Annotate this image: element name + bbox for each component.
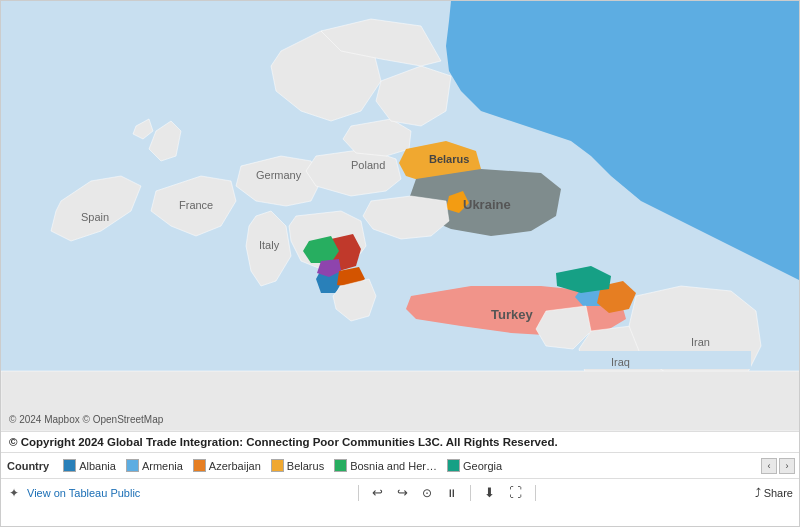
toolbar-sep-2 xyxy=(470,485,471,501)
legend-item-bosnia: Bosnia and Her… xyxy=(334,459,437,472)
legend-item-georgia: Georgia xyxy=(447,459,502,472)
share-label: Share xyxy=(764,487,793,499)
svg-text:Belarus: Belarus xyxy=(429,153,469,165)
legend-bar: Country Albania Armenia Azerbaijan Belar… xyxy=(1,452,800,478)
armenia-label: Armenia xyxy=(142,460,183,472)
azerbaijan-label: Azerbaijan xyxy=(209,460,261,472)
toolbar-sep-1 xyxy=(358,485,359,501)
legend-item-armenia: Armenia xyxy=(126,459,183,472)
map-watermark: © 2024 Mapbox © OpenStreetMap xyxy=(9,414,163,425)
svg-text:Iran: Iran xyxy=(691,336,710,348)
bosnia-label: Bosnia and Her… xyxy=(350,460,437,472)
svg-text:Iraq: Iraq xyxy=(611,356,630,368)
toolbar-bar: ✦ View on Tableau Public ↩ ↪ ⊙ ⏸ ⬇ ⛶ ⤴ S… xyxy=(1,478,800,506)
tableau-public-link[interactable]: View on Tableau Public xyxy=(27,487,140,499)
reset-button[interactable]: ⊙ xyxy=(419,484,435,502)
share-button[interactable]: ⤴ Share xyxy=(755,486,793,500)
belarus-swatch xyxy=(271,459,284,472)
legend-label: Country xyxy=(7,460,49,472)
copyright-text: © Copyright 2024 Global Trade Integratio… xyxy=(9,436,558,448)
azerbaijan-swatch xyxy=(193,459,206,472)
legend-next-button[interactable]: › xyxy=(779,458,795,474)
redo-button[interactable]: ↪ xyxy=(394,483,411,502)
armenia-swatch xyxy=(126,459,139,472)
georgia-label: Georgia xyxy=(463,460,502,472)
undo-button[interactable]: ↩ xyxy=(369,483,386,502)
legend-prev-button[interactable]: ‹ xyxy=(761,458,777,474)
fullscreen-button[interactable]: ⛶ xyxy=(506,483,525,502)
pause-button[interactable]: ⏸ xyxy=(443,485,460,501)
toolbar-sep-3 xyxy=(535,485,536,501)
svg-text:France: France xyxy=(179,199,213,211)
legend-item-azerbaijan: Azerbaijan xyxy=(193,459,261,472)
albania-swatch xyxy=(63,459,76,472)
svg-text:Turkey: Turkey xyxy=(491,307,533,322)
svg-text:Spain: Spain xyxy=(81,211,109,223)
bosnia-swatch xyxy=(334,459,347,472)
map-svg: France Germany Italy Spain Poland Belaru… xyxy=(1,1,800,431)
legend-item-belarus: Belarus xyxy=(271,459,324,472)
svg-text:Ukraine: Ukraine xyxy=(463,197,511,212)
legend-nav-arrows[interactable]: ‹ › xyxy=(761,458,795,474)
map-container: France Germany Italy Spain Poland Belaru… xyxy=(1,1,800,431)
svg-text:Italy: Italy xyxy=(259,239,280,251)
download-button[interactable]: ⬇ xyxy=(481,483,498,502)
copyright-bar: © Copyright 2024 Global Trade Integratio… xyxy=(1,431,800,452)
albania-label: Albania xyxy=(79,460,116,472)
tableau-grid-icon: ✦ xyxy=(9,486,19,500)
legend-item-albania: Albania xyxy=(63,459,116,472)
svg-text:Poland: Poland xyxy=(351,159,385,171)
tableau-link-text: View on Tableau Public xyxy=(27,487,140,499)
svg-text:Germany: Germany xyxy=(256,169,302,181)
belarus-label: Belarus xyxy=(287,460,324,472)
svg-marker-33 xyxy=(81,351,751,369)
georgia-swatch xyxy=(447,459,460,472)
